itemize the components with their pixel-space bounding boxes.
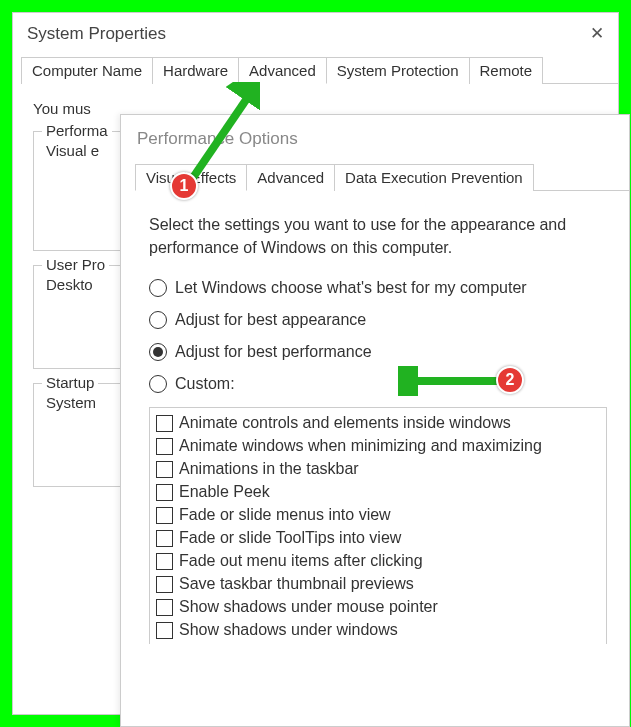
- group-label-startup: Startup: [42, 374, 98, 391]
- radio-icon: [149, 279, 167, 297]
- radio-icon: [149, 311, 167, 329]
- checkbox-icon: [156, 461, 173, 478]
- checkbox-label: Animate windows when minimizing and maxi…: [179, 437, 542, 455]
- checkbox-icon: [156, 530, 173, 547]
- visual-effects-pane: Select the settings you want to use for …: [121, 191, 629, 652]
- radio-icon: [149, 375, 167, 393]
- radio-label: Let Windows choose what's best for my co…: [175, 279, 527, 297]
- checkbox-icon: [156, 553, 173, 570]
- svg-line-1: [190, 94, 250, 182]
- checkbox-icon: [156, 484, 173, 501]
- title-bar: System Properties ✕: [13, 13, 618, 56]
- effect-checkbox[interactable]: Enable Peek: [156, 483, 600, 501]
- annotation-badge-1: 1: [170, 172, 198, 200]
- checkbox-label: Show shadows under windows: [179, 621, 398, 639]
- checkbox-label: Animate controls and elements inside win…: [179, 414, 511, 432]
- effect-checkbox[interactable]: Save taskbar thumbnail previews: [156, 575, 600, 593]
- radio-label: Adjust for best performance: [175, 343, 372, 361]
- pane-description: Select the settings you want to use for …: [149, 213, 607, 259]
- radio-custom[interactable]: Custom:: [149, 375, 607, 393]
- checkbox-icon: [156, 599, 173, 616]
- checkbox-label: Fade out menu items after clicking: [179, 552, 423, 570]
- checkbox-label: Save taskbar thumbnail previews: [179, 575, 414, 593]
- radio-let-windows-choose[interactable]: Let Windows choose what's best for my co…: [149, 279, 607, 297]
- checkbox-label: Animations in the taskbar: [179, 460, 359, 478]
- effect-checkbox[interactable]: Show shadows under mouse pointer: [156, 598, 600, 616]
- checkbox-label: Enable Peek: [179, 483, 270, 501]
- tab-advanced[interactable]: Advanced: [238, 57, 327, 84]
- checkbox-icon: [156, 415, 173, 432]
- tab-hardware[interactable]: Hardware: [152, 57, 239, 84]
- effect-checkbox[interactable]: Animate windows when minimizing and maxi…: [156, 437, 600, 455]
- effect-checkbox[interactable]: Show shadows under windows: [156, 621, 600, 639]
- tab-remote[interactable]: Remote: [469, 57, 544, 84]
- effects-list[interactable]: Animate controls and elements inside win…: [149, 407, 607, 644]
- checkbox-label: Show shadows under mouse pointer: [179, 598, 438, 616]
- effect-checkbox[interactable]: Fade or slide ToolTips into view: [156, 529, 600, 547]
- tab-computer-name[interactable]: Computer Name: [21, 57, 153, 84]
- group-label-performance: Performa: [42, 122, 112, 139]
- effect-checkbox[interactable]: Fade out menu items after clicking: [156, 552, 600, 570]
- checkbox-label: Fade or slide menus into view: [179, 506, 391, 524]
- tab-dep[interactable]: Data Execution Prevention: [334, 164, 534, 191]
- checkbox-icon: [156, 507, 173, 524]
- effect-checkbox[interactable]: Animate controls and elements inside win…: [156, 414, 600, 432]
- radio-icon: [149, 343, 167, 361]
- annotation-badge-2: 2: [496, 366, 524, 394]
- radio-label: Adjust for best appearance: [175, 311, 366, 329]
- checkbox-icon: [156, 622, 173, 639]
- radio-label: Custom:: [175, 375, 235, 393]
- close-icon[interactable]: ✕: [590, 23, 604, 44]
- effect-checkbox[interactable]: Animations in the taskbar: [156, 460, 600, 478]
- tab-system-protection[interactable]: System Protection: [326, 57, 470, 84]
- tabs-sysprops: Computer Name Hardware Advanced System P…: [21, 56, 618, 84]
- effect-checkbox[interactable]: Fade or slide menus into view: [156, 506, 600, 524]
- group-label-user: User Pro: [42, 256, 109, 273]
- window-title: System Properties: [27, 24, 166, 44]
- checkbox-icon: [156, 576, 173, 593]
- radio-best-performance[interactable]: Adjust for best performance: [149, 343, 607, 361]
- radio-best-appearance[interactable]: Adjust for best appearance: [149, 311, 607, 329]
- performance-options-window: Performance Options Visual Effects Advan…: [120, 114, 630, 727]
- checkbox-label: Fade or slide ToolTips into view: [179, 529, 401, 547]
- checkbox-icon: [156, 438, 173, 455]
